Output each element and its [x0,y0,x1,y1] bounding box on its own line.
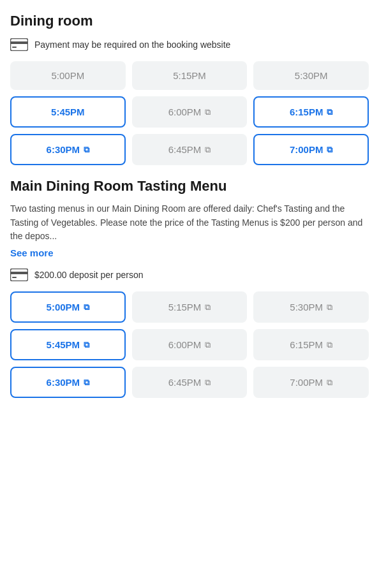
svg-rect-1 [10,41,28,44]
external-link-icon: ⧉ [205,302,211,312]
svg-rect-5 [12,277,17,278]
external-link-icon: ⧉ [84,378,89,388]
see-more-button[interactable]: See more [10,247,54,258]
svg-rect-2 [12,47,17,48]
tasting-menu-time-grid: 5:00PM ⧉ 5:15PM ⧉ 5:30PM ⧉ 5:45PM ⧉ 6:00… [10,291,369,398]
dining-room-time-grid-1: 5:00PM 5:15PM 5:30PM 5:45PM 6:00PM ⧉ 6:1… [10,61,369,165]
credit-card-icon [10,38,28,51]
dining-room-title: Dining room [10,13,369,29]
time-slot-545pm-available[interactable]: 5:45PM [10,96,126,128]
tasting-time-slot-500pm[interactable]: 5:00PM ⧉ [10,291,126,323]
tasting-time-slot-615pm[interactable]: 6:15PM ⧉ [253,329,369,360]
time-slot-615pm-available-external[interactable]: 6:15PM ⧉ [253,96,369,128]
payment-notice: Payment may be required on the booking w… [10,38,369,51]
tasting-time-slot-600pm[interactable]: 6:00PM ⧉ [132,329,248,360]
time-slot-530pm-unavailable: 5:30PM [253,61,369,90]
external-link-icon: ⧉ [327,302,332,312]
external-link-icon: ⧉ [327,107,332,117]
external-link-icon: ⧉ [205,145,211,155]
time-slot-500pm-unavailable: 5:00PM [10,61,126,90]
tasting-time-slot-630pm[interactable]: 6:30PM ⧉ [10,367,126,398]
external-link-icon: ⧉ [205,107,211,117]
deposit-notice-text: $200.00 deposit per person [34,270,143,280]
deposit-card-icon [10,268,28,281]
time-slot-630pm-available-external[interactable]: 6:30PM ⧉ [10,134,126,165]
time-slot-645pm-external[interactable]: 6:45PM ⧉ [132,134,248,165]
tasting-time-slot-700pm[interactable]: 7:00PM ⧉ [253,367,369,398]
external-link-icon: ⧉ [84,302,89,312]
time-slot-600pm-external[interactable]: 6:00PM ⧉ [132,96,248,128]
external-link-icon: ⧉ [205,378,211,388]
external-link-icon: ⧉ [327,145,332,155]
svg-rect-0 [11,39,28,51]
tasting-time-slot-645pm[interactable]: 6:45PM ⧉ [132,367,248,398]
tasting-menu-description: Two tasting menus in our Main Dining Roo… [10,202,369,244]
tasting-time-slot-545pm[interactable]: 5:45PM ⧉ [10,329,126,360]
external-link-icon: ⧉ [327,340,332,350]
tasting-time-slot-515pm[interactable]: 5:15PM ⧉ [132,291,248,323]
tasting-time-slot-530pm[interactable]: 5:30PM ⧉ [253,291,369,323]
deposit-notice: $200.00 deposit per person [10,268,369,281]
time-slot-515pm-unavailable: 5:15PM [132,61,248,90]
payment-notice-text: Payment may be required on the booking w… [34,40,230,50]
svg-rect-3 [11,269,28,281]
tasting-menu-title: Main Dining Room Tasting Menu [10,178,369,195]
external-link-icon: ⧉ [84,340,89,350]
external-link-icon: ⧉ [327,378,332,388]
time-slot-700pm-available-external[interactable]: 7:00PM ⧉ [253,134,369,165]
external-link-icon: ⧉ [84,145,89,155]
svg-rect-4 [10,272,28,274]
external-link-icon: ⧉ [205,340,211,350]
